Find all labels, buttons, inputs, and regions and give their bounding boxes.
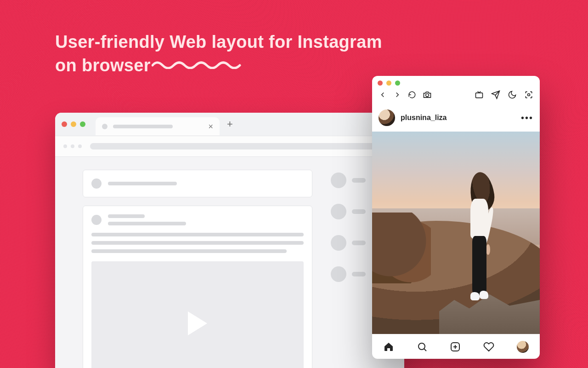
camera-icon[interactable] xyxy=(423,90,432,99)
post-header: plusnina_liza ••• xyxy=(372,104,540,132)
avatar-placeholder xyxy=(91,215,102,225)
text-placeholder xyxy=(108,182,177,185)
avatar-placeholder xyxy=(331,172,346,188)
text-placeholder xyxy=(108,214,145,218)
text-placeholder xyxy=(352,241,366,245)
browser-tabstrip: × + xyxy=(55,113,404,136)
scan-icon[interactable] xyxy=(524,90,533,99)
more-options-button[interactable]: ••• xyxy=(521,113,533,123)
back-button[interactable] xyxy=(63,144,67,148)
page-content xyxy=(55,157,404,368)
text-placeholder xyxy=(91,233,304,236)
text-placeholder xyxy=(352,178,366,183)
text-placeholder xyxy=(108,222,186,225)
sidebar-item[interactable] xyxy=(331,266,377,282)
svg-point-2 xyxy=(528,94,530,96)
tab-close-button[interactable]: × xyxy=(208,122,213,131)
browser-window: × + xyxy=(55,113,404,368)
tv-icon[interactable] xyxy=(475,90,484,99)
bottom-tabbar xyxy=(372,334,540,359)
minimize-window-button[interactable] xyxy=(386,80,391,86)
app-panel: plusnina_liza ••• xyxy=(372,76,540,359)
text-placeholder xyxy=(91,249,287,253)
sidebar-item[interactable] xyxy=(331,204,377,219)
text-placeholder xyxy=(91,241,304,245)
avatar-placeholder xyxy=(331,266,346,282)
photo-person xyxy=(459,172,500,305)
app-toolbar xyxy=(372,88,540,104)
reload-button[interactable] xyxy=(78,144,82,148)
sidebar-item[interactable] xyxy=(331,235,377,251)
headline-line-2: on browser xyxy=(55,56,151,75)
back-icon[interactable] xyxy=(379,91,387,99)
headline: User-friendly Web layout for Instagram o… xyxy=(55,30,382,78)
address-bar xyxy=(55,136,404,157)
text-placeholder xyxy=(352,209,366,214)
video-thumbnail[interactable] xyxy=(91,261,304,368)
svg-point-0 xyxy=(426,94,429,97)
close-window-button[interactable] xyxy=(62,121,67,127)
svg-line-4 xyxy=(424,349,426,351)
home-icon[interactable] xyxy=(383,341,394,352)
user-avatar[interactable] xyxy=(379,109,395,126)
tab-favicon-icon xyxy=(102,124,107,129)
app-window-controls xyxy=(372,76,540,88)
reload-icon[interactable] xyxy=(408,91,416,99)
svg-point-3 xyxy=(418,343,425,350)
send-icon[interactable] xyxy=(491,90,500,99)
minimize-window-button[interactable] xyxy=(71,121,76,127)
maximize-window-button[interactable] xyxy=(80,121,85,127)
forward-icon[interactable] xyxy=(393,91,401,99)
tab-title-placeholder xyxy=(113,125,173,128)
search-icon[interactable] xyxy=(417,341,428,352)
maximize-window-button[interactable] xyxy=(395,80,400,86)
sidebar-item[interactable] xyxy=(331,172,377,188)
moon-icon[interactable] xyxy=(508,90,517,99)
username[interactable]: plusnina_liza xyxy=(401,114,447,122)
sidebar-column xyxy=(331,170,377,368)
feed-column xyxy=(83,170,312,368)
feed-card xyxy=(83,206,312,368)
window-controls xyxy=(62,121,85,127)
post-photo[interactable] xyxy=(372,132,540,334)
browser-tab[interactable]: × xyxy=(96,117,220,136)
avatar-placeholder xyxy=(331,235,346,251)
squiggle-decoration-icon xyxy=(152,60,243,69)
svg-rect-1 xyxy=(476,93,483,98)
feed-card xyxy=(83,170,312,197)
forward-button[interactable] xyxy=(71,144,74,148)
play-icon xyxy=(188,311,207,335)
photo-bush xyxy=(372,213,431,283)
close-window-button[interactable] xyxy=(378,80,383,86)
headline-line-1: User-friendly Web layout for Instagram xyxy=(55,32,382,52)
add-post-icon[interactable] xyxy=(450,341,461,352)
url-field[interactable] xyxy=(90,143,396,150)
avatar-placeholder xyxy=(91,178,102,189)
avatar-placeholder xyxy=(331,204,346,219)
new-tab-button[interactable]: + xyxy=(227,118,233,130)
profile-avatar[interactable] xyxy=(517,341,529,353)
text-placeholder xyxy=(352,272,366,276)
heart-icon[interactable] xyxy=(483,341,494,352)
